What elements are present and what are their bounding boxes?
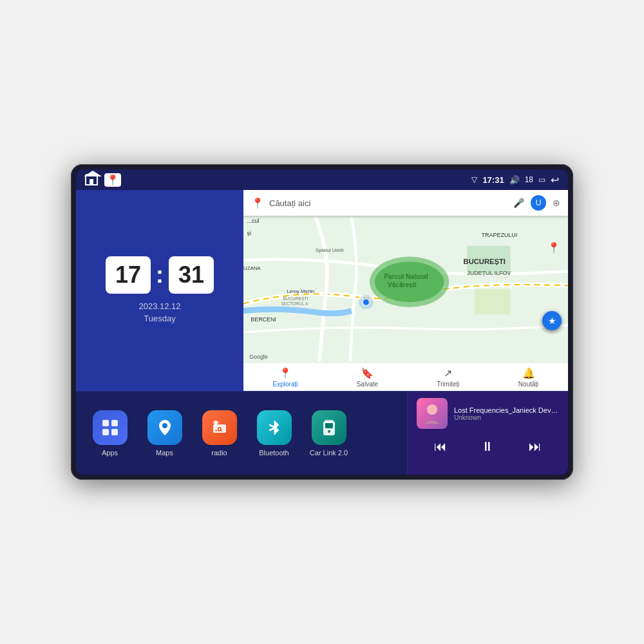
map-widget[interactable]: 📍 Căutați aici 🎤 U ⊕ <box>243 190 568 391</box>
explore-label: Explorați <box>273 381 298 388</box>
svg-rect-30 <box>215 430 217 431</box>
map-search-right-icons: 🎤 U ⊕ <box>513 195 560 211</box>
status-right-icons: ▽ 17:31 🔊 18 ▭ ↩ <box>471 174 559 186</box>
home-icon[interactable] <box>85 174 98 185</box>
radio-icon-bg: FM <box>202 410 237 445</box>
app-item-maps[interactable]: Maps <box>144 410 185 457</box>
svg-text:TRAPEZULUI: TRAPEZULUI <box>482 232 518 238</box>
user-avatar-icon[interactable]: U <box>531 195 546 211</box>
bluetooth-icon-bg <box>257 410 292 445</box>
more-options-icon[interactable]: ⊕ <box>553 198 560 208</box>
svg-rect-31 <box>218 430 220 431</box>
svg-rect-32 <box>220 430 222 431</box>
svg-point-39 <box>427 404 437 415</box>
app-launcher: Apps Maps <box>76 392 407 475</box>
svg-text:BUCUREȘTI: BUCUREȘTI <box>464 258 506 265</box>
bluetooth-icon <box>265 418 284 437</box>
map-area[interactable]: Parcul Natural Văcărești BUCUREȘTI JUDEȚ… <box>243 216 568 363</box>
svg-text:Parcul Natural: Parcul Natural <box>384 273 428 280</box>
svg-text:...cul: ...cul <box>247 218 260 224</box>
clock-minutes: 31 <box>169 256 214 294</box>
carlink-icon-bg <box>312 410 346 445</box>
svg-text:FM: FM <box>213 421 219 424</box>
news-icon: 🔔 <box>522 367 535 379</box>
carlink-label: Car Link 2.0 <box>310 449 348 457</box>
music-title: Lost Frequencies_Janieck Devy-... <box>454 406 559 414</box>
svg-text:Splaiul Unirii: Splaiul Unirii <box>316 247 344 253</box>
svg-point-36 <box>328 430 330 433</box>
prev-button[interactable]: ⏮ <box>428 437 453 457</box>
explore-icon: 📍 <box>279 367 292 379</box>
music-controls: ⏮ ⏸ ⏭ <box>417 434 559 459</box>
music-text: Lost Frequencies_Janieck Devy-... Unknow… <box>454 406 559 421</box>
svg-rect-23 <box>102 429 109 435</box>
maps-label: Maps <box>156 449 173 457</box>
apps-label: Apps <box>102 449 118 457</box>
signal-icon: ▽ <box>471 175 477 184</box>
svg-text:Leroy Merlin: Leroy Merlin <box>287 289 314 294</box>
map-search-text[interactable]: Căutați aici <box>269 198 508 208</box>
main-content: 17 : 31 2023.12.12 Tuesday 📍 Căutați aic… <box>76 190 568 475</box>
carlink-icon <box>319 418 339 437</box>
status-time: 17:31 <box>482 175 504 185</box>
map-nav-news[interactable]: 🔔 Noutăți <box>518 367 539 388</box>
map-nav-saved[interactable]: 🔖 Salvate <box>357 367 378 388</box>
svg-text:și: și <box>247 230 251 236</box>
album-art <box>418 399 446 428</box>
music-player: Lost Frequencies_Janieck Devy-... Unknow… <box>407 392 568 475</box>
voice-search-icon[interactable]: 🎤 <box>513 198 524 208</box>
map-destination-marker: 📍 <box>547 242 560 254</box>
music-info: Lost Frequencies_Janieck Devy-... Unknow… <box>417 398 559 429</box>
clock-display: 17 : 31 <box>106 256 214 294</box>
map-nav-send[interactable]: ↗ Trimiteți <box>437 367 459 388</box>
svg-point-20 <box>359 295 373 309</box>
svg-point-29 <box>218 428 220 430</box>
status-left-icons: 📍 <box>85 173 121 187</box>
radio-label: radio <box>211 449 227 457</box>
device-frame: 📍 ▽ 17:31 🔊 18 ▭ ↩ 17 : 31 <box>71 164 573 480</box>
back-icon[interactable]: ↩ <box>551 174 559 186</box>
svg-rect-21 <box>102 420 109 426</box>
svg-text:UZANA: UZANA <box>243 265 261 271</box>
radio-wave-icon: FM <box>210 418 229 437</box>
maps-icon-bg <box>147 410 182 445</box>
saved-icon: 🔖 <box>361 367 374 379</box>
device-screen: 📍 ▽ 17:31 🔊 18 ▭ ↩ 17 : 31 <box>76 169 568 475</box>
status-bar: 📍 ▽ 17:31 🔊 18 ▭ ↩ <box>76 169 568 190</box>
saved-label: Salvate <box>357 381 378 388</box>
map-search-pin-icon: 📍 <box>251 197 264 209</box>
battery-level: 18 <box>525 175 533 184</box>
svg-point-25 <box>162 423 167 428</box>
news-label: Noutăți <box>518 381 539 388</box>
maps-pin-icon <box>155 418 175 437</box>
svg-text:Google: Google <box>249 354 268 360</box>
svg-rect-4 <box>474 289 510 314</box>
app-item-carlink[interactable]: Car Link 2.0 <box>308 410 350 457</box>
map-bottom-nav: 📍 Explorați 🔖 Salvate ↗ Trimiteți 🔔 <box>243 363 568 391</box>
app-item-bluetooth[interactable]: Bluetooth <box>253 410 295 457</box>
svg-rect-24 <box>111 429 118 435</box>
map-svg: Parcul Natural Văcărești BUCUREȘTI JUDEȚ… <box>243 216 568 363</box>
send-icon: ↗ <box>444 367 452 379</box>
svg-rect-22 <box>111 420 118 426</box>
next-button[interactable]: ⏭ <box>522 437 548 457</box>
music-thumbnail <box>417 398 448 429</box>
svg-rect-35 <box>325 423 333 428</box>
send-label: Trimiteți <box>437 381 459 388</box>
svg-text:BUCUREȘTI: BUCUREȘTI <box>283 296 308 301</box>
maps-shortcut-icon[interactable]: 📍 <box>104 173 121 187</box>
svg-text:SECTORUL 4: SECTORUL 4 <box>281 301 308 306</box>
music-artist: Unknown <box>454 414 559 421</box>
clock-separator: : <box>156 261 164 289</box>
map-search-bar[interactable]: 📍 Căutați aici 🎤 U ⊕ <box>243 190 568 216</box>
app-item-apps[interactable]: Apps <box>89 410 131 457</box>
app-item-radio[interactable]: FM radio <box>198 410 240 457</box>
bluetooth-label: Bluetooth <box>259 449 289 457</box>
volume-icon: 🔊 <box>509 175 520 185</box>
map-location-btn[interactable]: ★ <box>542 311 562 330</box>
map-nav-explore[interactable]: 📍 Explorați <box>273 367 298 388</box>
clock-hours: 17 <box>106 256 151 294</box>
apps-icon-bg <box>93 410 128 445</box>
play-pause-button[interactable]: ⏸ <box>475 437 500 457</box>
clock-date: 2023.12.12 Tuesday <box>138 300 180 325</box>
